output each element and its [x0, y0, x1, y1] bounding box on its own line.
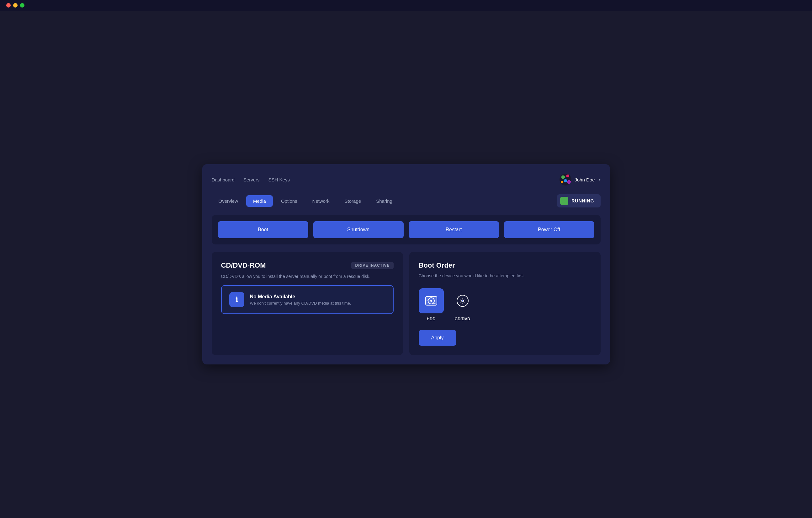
info-icon: ℹ — [235, 296, 238, 304]
media-info: No Media Available We don't currently ha… — [250, 294, 351, 306]
tab-options[interactable]: Options — [274, 195, 304, 207]
app-container: Dashboard Servers SSH Keys John Doe ▾ Ov… — [202, 164, 610, 364]
svg-point-7 — [462, 300, 463, 301]
tab-media[interactable]: Media — [246, 195, 273, 207]
boot-order-panel: Boot Order Choose the device you would l… — [409, 252, 601, 355]
media-title: No Media Available — [250, 294, 351, 300]
cddvd-panel-header: CD/DVD-ROM DRIVE INACTIVE — [221, 261, 394, 270]
traffic-light-green[interactable] — [20, 3, 25, 7]
dropdown-arrow-icon: ▾ — [599, 177, 601, 182]
traffic-light-yellow[interactable] — [13, 3, 18, 7]
top-nav: Dashboard Servers SSH Keys John Doe ▾ — [212, 174, 601, 185]
status-dot — [560, 197, 568, 205]
restart-button[interactable]: Restart — [409, 221, 499, 238]
nav-dashboard[interactable]: Dashboard — [212, 177, 235, 182]
avatar — [559, 174, 572, 185]
svg-rect-4 — [433, 303, 436, 304]
title-bar — [0, 0, 812, 11]
svg-point-2 — [430, 300, 432, 302]
top-nav-links: Dashboard Servers SSH Keys — [212, 177, 290, 182]
status-badge: RUNNING — [557, 194, 600, 208]
cddvd-icon — [456, 294, 469, 308]
tab-storage[interactable]: Storage — [338, 195, 368, 207]
drive-inactive-badge: DRIVE INACTIVE — [351, 262, 393, 269]
tab-network[interactable]: Network — [306, 195, 337, 207]
user-name: John Doe — [575, 177, 594, 182]
boot-device-cddvd[interactable]: CD/DVD — [450, 288, 475, 321]
tabs: Overview Media Options Network Storage S… — [212, 195, 399, 207]
cddvd-panel: CD/DVD-ROM DRIVE INACTIVE CD/DVD's allow… — [212, 252, 403, 355]
media-subtitle: We don't currently have any CD/DVD media… — [250, 301, 351, 306]
media-box: ℹ No Media Available We don't currently … — [221, 285, 394, 314]
status-text: RUNNING — [572, 199, 594, 203]
action-buttons-row: Boot Shutdown Restart Power Off — [212, 215, 601, 244]
traffic-light-red[interactable] — [6, 3, 11, 7]
boot-title: Boot Order — [419, 261, 591, 270]
nav-ssh-keys[interactable]: SSH Keys — [268, 177, 290, 182]
boot-desc: Choose the device you would like to be a… — [419, 273, 591, 278]
nav-servers[interactable]: Servers — [243, 177, 260, 182]
boot-devices: HDD CD/DVD — [419, 288, 591, 321]
shutdown-button[interactable]: Shutdown — [313, 221, 404, 238]
boot-device-hdd[interactable]: HDD — [419, 288, 444, 321]
power-off-button[interactable]: Power Off — [504, 221, 594, 238]
tab-sharing[interactable]: Sharing — [369, 195, 399, 207]
user-section[interactable]: John Doe ▾ — [559, 174, 600, 185]
panels: CD/DVD-ROM DRIVE INACTIVE CD/DVD's allow… — [212, 252, 601, 355]
apply-button[interactable]: Apply — [419, 330, 456, 346]
cddvd-label: CD/DVD — [455, 316, 470, 321]
tabs-row: Overview Media Options Network Storage S… — [212, 194, 601, 208]
hdd-icon-box — [419, 288, 444, 313]
media-info-icon: ℹ — [229, 292, 244, 307]
hdd-icon — [424, 294, 438, 308]
hdd-label: HDD — [427, 316, 435, 321]
cddvd-icon-box — [450, 288, 475, 313]
cddvd-panel-desc: CD/DVD's allow you to install the server… — [221, 274, 394, 279]
boot-button[interactable]: Boot — [218, 221, 308, 238]
cddvd-panel-title: CD/DVD-ROM — [221, 261, 266, 270]
tab-overview[interactable]: Overview — [212, 195, 245, 207]
